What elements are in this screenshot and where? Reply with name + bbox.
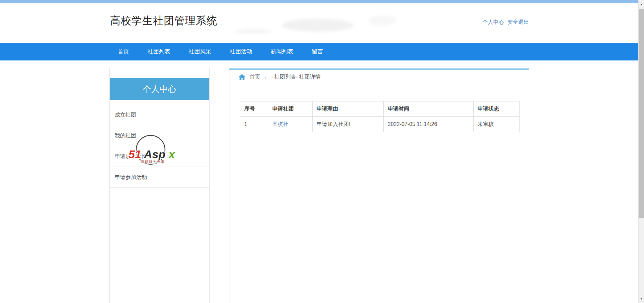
sidebar-item-my-club[interactable]: 我的社团 bbox=[110, 125, 209, 146]
table-header-time: 申请时间 bbox=[384, 101, 474, 117]
applications-table: 序号 申请社团 申请理由 申请时间 申请状态 1 围棋社 申请加入社团! 202… bbox=[240, 101, 520, 132]
header-links: 个人中心 安全退出 bbox=[483, 19, 529, 26]
cell-index: 1 bbox=[240, 117, 268, 132]
breadcrumb-trail: - 社团列表- 社团详情 bbox=[271, 74, 321, 81]
cell-reason: 申请加入社团! bbox=[313, 117, 384, 132]
sidebar-item-create-club[interactable]: 成立社团 bbox=[110, 104, 209, 125]
nav-item-message[interactable]: 留言 bbox=[303, 43, 331, 60]
nav-inner: 首页 社团列表 社团风采 社团活动 新闻列表 留言 bbox=[109, 43, 331, 60]
sidebar-menu: 成立社团 我的社团 申请加入社团 申请参加活动 bbox=[110, 100, 209, 188]
main-nav: 首页 社团列表 社团风采 社团活动 新闻列表 留言 bbox=[0, 43, 638, 60]
sidebar-item-apply-join-activity[interactable]: 申请参加活动 bbox=[110, 167, 209, 188]
nav-item-club-activity[interactable]: 社团活动 bbox=[221, 43, 261, 60]
nav-item-club-list[interactable]: 社团列表 bbox=[139, 43, 178, 60]
page: 高校学生社团管理系统 个人中心 安全退出 首页 社团列表 社团风采 社团活动 新… bbox=[0, 0, 644, 303]
table-header-row: 序号 申请社团 申请理由 申请时间 申请状态 bbox=[240, 101, 520, 117]
scroll-down-button[interactable]: ▼ bbox=[639, 294, 644, 303]
breadcrumb-home[interactable]: 首页 bbox=[250, 74, 260, 81]
header-smudge bbox=[368, 15, 396, 26]
cell-club: 围棋社 bbox=[268, 117, 313, 132]
logout-link[interactable]: 安全退出 bbox=[507, 19, 529, 25]
nav-item-club-style[interactable]: 社团风采 bbox=[180, 43, 220, 60]
user-center-link[interactable]: 个人中心 bbox=[483, 19, 504, 25]
scroll-thumb[interactable] bbox=[639, 9, 644, 218]
table-header-status: 申请状态 bbox=[474, 101, 520, 117]
main-panel: 首页 / - 社团列表- 社团详情 序号 申请社团 申请理由 申请时间 申请状态 bbox=[229, 69, 529, 303]
sidebar-title: 个人中心 bbox=[110, 78, 209, 100]
header-smudge bbox=[235, 29, 272, 33]
nav-item-news-list[interactable]: 新闻列表 bbox=[262, 43, 302, 60]
table-header-reason: 申请理由 bbox=[313, 101, 384, 117]
scrollbar[interactable]: ▲ ▼ bbox=[638, 0, 644, 303]
table-row: 1 围棋社 申请加入社团! 2022-07-05 11:14:26 未审核 bbox=[240, 117, 520, 132]
scroll-up-button[interactable]: ▲ bbox=[639, 0, 644, 9]
breadcrumb: 首页 / - 社团列表- 社团详情 bbox=[229, 70, 529, 85]
sidebar-item-apply-join-club[interactable]: 申请加入社团 bbox=[110, 146, 209, 167]
club-link[interactable]: 围棋社 bbox=[272, 121, 288, 127]
breadcrumb-separator: / bbox=[265, 74, 266, 80]
home-icon[interactable] bbox=[238, 73, 246, 81]
header-smudge bbox=[282, 19, 354, 32]
table-header-club: 申请社团 bbox=[268, 101, 313, 117]
table-header-index: 序号 bbox=[240, 101, 268, 117]
sidebar: 个人中心 成立社团 我的社团 申请加入社团 申请参加活动 bbox=[109, 69, 210, 303]
page-title: 高校学生社团管理系统 bbox=[110, 12, 217, 30]
cell-status: 未审核 bbox=[474, 117, 520, 132]
cell-time: 2022-07-05 11:14:26 bbox=[384, 117, 474, 132]
top-strip bbox=[0, 0, 638, 3]
nav-item-home[interactable]: 首页 bbox=[109, 43, 138, 60]
